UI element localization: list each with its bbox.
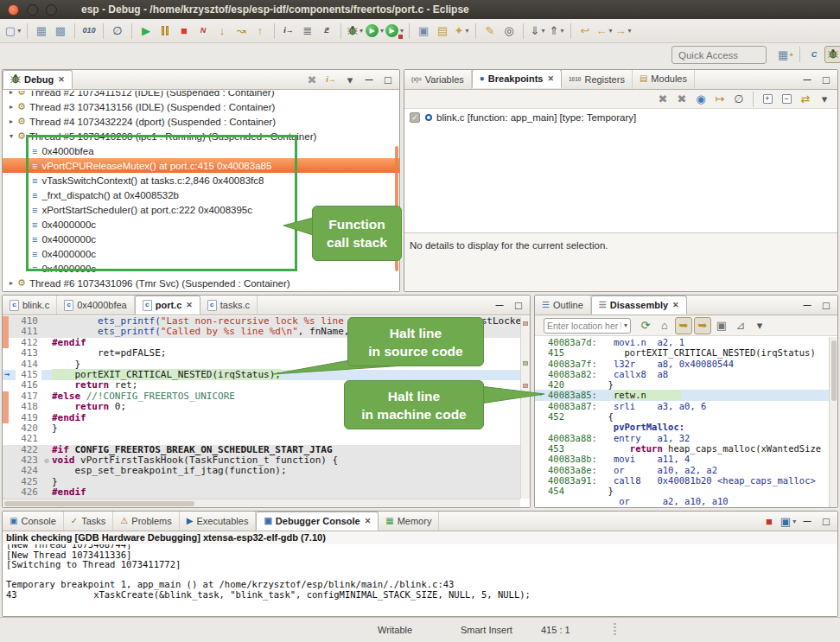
disassembly-row[interactable]: 415 portEXIT_CRITICAL_NESTED(irqStatus) bbox=[535, 347, 829, 358]
thread-row[interactable]: ▸⚙Thread #6 1073431096 (Tmr Svc) (Suspen… bbox=[3, 276, 399, 290]
disassembly-row[interactable]: 40083a7d: movi.n a2, 1 bbox=[535, 337, 829, 347]
source-code-editor[interactable]: 410 ets_printf("Last non-recursive lock … bbox=[3, 316, 530, 507]
top-right-tab-variables[interactable]: (x)=Variables bbox=[404, 70, 472, 89]
back-icon[interactable]: ←▾ bbox=[595, 22, 613, 40]
save-all-icon[interactable]: ▩ bbox=[52, 22, 69, 40]
right-tab-disassembly[interactable]: ☰Disassembly✕ bbox=[591, 296, 687, 315]
maximize-view-icon[interactable]: □ bbox=[510, 296, 527, 314]
stack-frame-row[interactable]: ≡0x4000000c bbox=[3, 261, 399, 276]
debug-launch-icon[interactable]: ▾ bbox=[347, 22, 364, 40]
stack-frame-row[interactable]: ≡xPortStartScheduler() at port.c:222 0x4… bbox=[3, 202, 399, 217]
previous-annotation-icon[interactable]: ⇑▾ bbox=[548, 22, 565, 40]
view-menu-icon[interactable]: ▾ bbox=[751, 317, 768, 334]
editor-tab-0x4000bfea[interactable]: c0x4000bfea bbox=[57, 296, 135, 315]
quick-access-input[interactable] bbox=[671, 46, 767, 64]
editor-tab-blink-c[interactable]: cblink.c bbox=[3, 296, 57, 315]
disassembly-row[interactable]: 40083a91: call8 0x40081b20 <heap_caps_ma… bbox=[535, 475, 829, 486]
run-launch-icon[interactable]: ▶▾ bbox=[366, 22, 384, 40]
skip-all-breakpoints-icon[interactable]: ∅ bbox=[109, 22, 126, 40]
skip-all-breakpoints-toggle[interactable]: ∅ bbox=[730, 91, 748, 108]
step-over-icon[interactable]: ↝ bbox=[232, 22, 250, 40]
cpp-perspective-icon[interactable]: C bbox=[805, 46, 823, 63]
line-number[interactable]: 424 bbox=[16, 466, 41, 476]
disassembly-row[interactable]: 40083a8b: movi a11, 4 bbox=[535, 454, 829, 464]
breakpoint-row[interactable]: ✓ blink.c [function: app_main] [type: Te… bbox=[404, 109, 837, 125]
editor-tab-tasks-c[interactable]: ctasks.c bbox=[200, 296, 258, 315]
next-annotation-icon[interactable]: ⇓▾ bbox=[529, 22, 546, 40]
disassembly-row[interactable]: pvPortMalloc: bbox=[535, 422, 829, 432]
code-line-426[interactable]: 426#endif bbox=[3, 487, 530, 498]
line-number[interactable]: 426 bbox=[16, 487, 41, 498]
search-icon[interactable]: ✦▾ bbox=[453, 22, 470, 40]
minimize-view-icon[interactable]: — bbox=[799, 71, 816, 88]
line-number[interactable]: 421 bbox=[16, 434, 41, 444]
editor-overview-ruler[interactable] bbox=[520, 316, 530, 499]
maximize-view-icon[interactable]: □ bbox=[379, 71, 397, 88]
terminate-icon[interactable]: ■ bbox=[175, 22, 193, 40]
refresh-icon[interactable]: ⟳ bbox=[637, 317, 654, 334]
external-tools-icon[interactable]: ▶▾ bbox=[385, 22, 404, 40]
disassembly-row[interactable]: →40083a85: retw.n bbox=[535, 390, 829, 400]
use-step-filters-icon[interactable]: Ƶ bbox=[318, 22, 335, 40]
disassembly-row[interactable]: 40083a7f: l32r a8, 0x40080544 bbox=[535, 359, 829, 369]
remove-all-terminated-icon[interactable]: ✖ bbox=[303, 71, 321, 88]
collapse-all-icon[interactable]: − bbox=[778, 91, 795, 108]
pin-view-icon[interactable]: ⊿ bbox=[732, 317, 749, 334]
disconnect-icon[interactable]: N bbox=[194, 22, 212, 40]
mark-occurrences-icon[interactable]: ✎ bbox=[481, 22, 499, 40]
code-line-420[interactable]: 420} bbox=[3, 423, 530, 434]
code-line-424[interactable]: 424 esp_set_breakpoint_if_jtag(function)… bbox=[3, 466, 530, 476]
breakpoint-checkbox[interactable]: ✓ bbox=[410, 112, 420, 123]
disassembly-row[interactable]: 454 } bbox=[535, 486, 829, 496]
line-number[interactable]: 418 bbox=[16, 402, 41, 412]
show-breakpoints-for-selected-icon[interactable]: ◉ bbox=[692, 91, 710, 108]
debugger-console-output[interactable]: [New Thread 1073468744][New Thread 10734… bbox=[3, 544, 837, 616]
minimize-view-icon[interactable]: — bbox=[360, 71, 378, 88]
disassembly-row[interactable]: 40083a82: callx8 a8 bbox=[535, 369, 829, 379]
location-input[interactable] bbox=[544, 321, 620, 331]
stack-frame-row[interactable]: ≡0x4000000c bbox=[3, 246, 399, 261]
right-tab-outline[interactable]: ☰Outline bbox=[535, 296, 591, 315]
debug-view-scrollbar[interactable] bbox=[395, 146, 398, 271]
line-number[interactable]: 413 bbox=[16, 348, 41, 359]
stack-frame-row[interactable]: ≡_frxt_dispatch() at 0x4008532b bbox=[3, 188, 399, 202]
stack-frame-row[interactable]: ≡vPortCPUReleaseMutex() at port.c:415 0x… bbox=[3, 158, 399, 173]
console-tab-memory[interactable]: ▦Memory bbox=[379, 512, 439, 531]
stack-frame-row[interactable]: ≡0x4000bfea bbox=[3, 143, 399, 158]
home-icon[interactable]: ⌂ bbox=[656, 317, 673, 334]
location-combo[interactable]: ▾ bbox=[544, 318, 631, 334]
expand-all-icon[interactable]: + bbox=[759, 91, 776, 108]
maximize-view-icon[interactable]: □ bbox=[818, 512, 835, 530]
suspend-icon[interactable] bbox=[156, 22, 174, 40]
view-menu-icon[interactable]: ▾ bbox=[341, 71, 359, 88]
remove-console-icon[interactable]: ■ bbox=[760, 512, 778, 530]
open-new-view-icon[interactable]: ▣ bbox=[713, 317, 730, 334]
new-wizard-icon[interactable]: ▢▾ bbox=[4, 22, 22, 40]
follow-pc-toggle[interactable]: ➥ bbox=[675, 317, 692, 334]
window-close-button[interactable] bbox=[8, 4, 19, 16]
minimize-view-icon[interactable]: — bbox=[799, 296, 816, 314]
editor-horizontal-scrollbar[interactable] bbox=[3, 499, 520, 507]
disassembly-row[interactable]: 40083a8e: or a10, a2, a2 bbox=[535, 465, 829, 475]
stack-frame-row[interactable]: ≡vTaskSwitchContext() at tasks.c:2,846 0… bbox=[3, 173, 399, 188]
disassembly-scrollbar[interactable] bbox=[829, 337, 837, 507]
disassembly-row[interactable]: 40083a88: entry a1, 32 bbox=[535, 433, 829, 443]
show-execution-context-icon[interactable]: ≣ bbox=[299, 22, 316, 40]
minimize-view-icon[interactable]: — bbox=[491, 296, 508, 314]
new-project-icon[interactable]: ▣ bbox=[415, 22, 432, 40]
disassembly-listing[interactable]: 40083a7d: movi.n a2, 1415 portEXIT_CRITI… bbox=[535, 337, 829, 507]
top-right-tab-modules[interactable]: ▤Modules bbox=[633, 69, 695, 88]
close-tab-icon[interactable]: ✕ bbox=[365, 517, 372, 525]
resume-icon[interactable]: ▶ bbox=[137, 22, 155, 40]
go-to-file-icon[interactable]: ↦ bbox=[711, 91, 729, 108]
line-number[interactable]: 416 bbox=[16, 380, 41, 391]
disassembly-row[interactable]: 453 return heap_caps_malloc(xWantedSize bbox=[535, 443, 829, 454]
stack-frame-row[interactable]: ≡0x4000000c bbox=[3, 217, 399, 232]
close-tab-icon[interactable]: ✕ bbox=[186, 301, 193, 309]
thread-row[interactable]: ▾⚙Thread #5 1073410208 (ipc1 : Running) … bbox=[3, 129, 399, 143]
top-right-tab-registers[interactable]: 1010Registers bbox=[562, 70, 633, 89]
line-number[interactable]: 411 bbox=[16, 327, 41, 337]
forward-icon[interactable]: →▾ bbox=[614, 22, 632, 40]
console-tab-executables[interactable]: ▶Executables bbox=[180, 512, 257, 531]
display-console-icon[interactable]: ▣▾ bbox=[780, 512, 797, 530]
